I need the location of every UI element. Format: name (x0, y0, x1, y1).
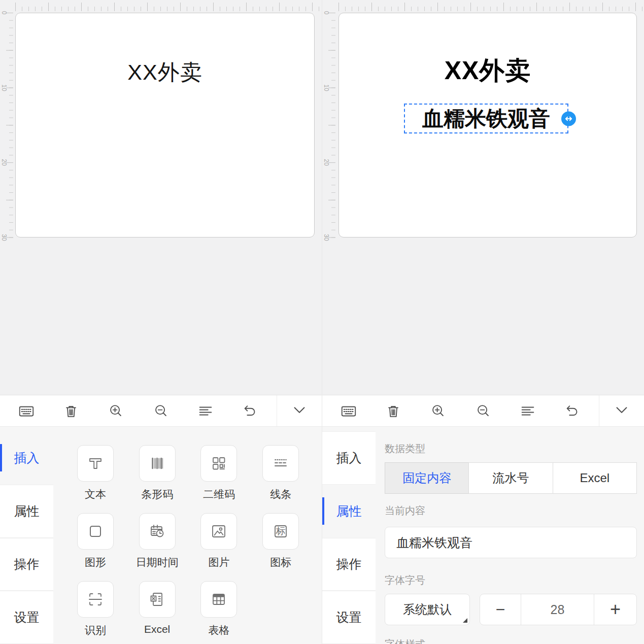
undo-icon[interactable] (561, 400, 584, 422)
data-type-option-excel[interactable]: Excel (553, 462, 637, 494)
panel-tabs: 插入 属性 操作 设置 (322, 427, 376, 644)
tab-properties[interactable]: 属性 (0, 485, 53, 538)
workspace: 0 10 20 30 XX外卖 血糯米铁观音 (322, 0, 644, 395)
insert-item-text[interactable]: 文本 (64, 445, 126, 501)
barcode-icon (139, 445, 176, 482)
selected-text-element[interactable]: 血糯米铁观音 (404, 104, 568, 133)
qrcode-icon (200, 445, 237, 482)
text-icon (77, 445, 114, 482)
panel-tabs: 插入 属性 操作 设置 (0, 427, 53, 644)
trash-icon[interactable] (60, 400, 82, 422)
tab-operations[interactable]: 操作 (0, 538, 53, 591)
workspace: 0 10 20 30 XX外卖 (0, 0, 322, 395)
tab-label: 属性 (336, 503, 362, 520)
insert-item-line[interactable]: 线条 (250, 445, 312, 501)
font-controls-row: 系统默认 − 28 + (385, 594, 637, 625)
insert-item-excel[interactable]: Excel (126, 581, 188, 637)
zoom-in-icon[interactable] (427, 400, 449, 422)
ruler-label: 0 (323, 7, 330, 18)
insert-panel-content: 文本 条形码 二维码 (53, 427, 322, 644)
bottom-panel: 插入 属性 操作 设置 文本 (0, 427, 322, 644)
data-type-label: 数据类型 (385, 442, 636, 456)
vertical-ruler: 0 10 20 30 (323, 13, 335, 238)
align-left-icon[interactable] (194, 400, 217, 422)
bottom-panel: 插入 属性 操作 设置 数据类型 固定内容 流水号 Excel 当前内容 血糯米… (322, 427, 644, 644)
tab-insert[interactable]: 插入 (322, 431, 376, 485)
data-type-option-fixed[interactable]: 固定内容 (385, 462, 469, 494)
insert-item-label: 图形 (85, 555, 106, 569)
insert-item-qrcode[interactable]: 二维码 (188, 445, 250, 501)
keyboard-icon[interactable] (337, 400, 360, 422)
datetime-icon (139, 513, 176, 550)
font-size-section-label: 字体字号 (385, 573, 636, 587)
ruler-label: 10 (1, 82, 8, 93)
font-family-dropdown[interactable]: 系统默认 (385, 594, 470, 625)
insert-item-image[interactable]: 图片 (188, 513, 250, 569)
table-icon (200, 581, 237, 618)
insert-item-label: 图片 (208, 555, 229, 569)
line-icon (262, 445, 299, 482)
insert-item-shape[interactable]: 图形 (64, 513, 126, 569)
insert-item-label: 表格 (208, 623, 229, 637)
font-style-section-label: 字体样式 (385, 637, 636, 644)
zoom-out-icon[interactable] (150, 400, 172, 422)
ruler-label: 0 (1, 7, 8, 18)
zoom-out-icon[interactable] (472, 400, 494, 422)
tab-settings[interactable]: 设置 (322, 591, 376, 644)
tab-label: 属性 (14, 503, 40, 520)
insert-grid: 文本 条形码 二维码 (53, 427, 322, 637)
horizontal-arrows-icon (564, 115, 573, 122)
current-content-label: 当前内容 (385, 504, 636, 518)
zoom-in-icon[interactable] (105, 400, 127, 422)
horizontal-ruler (338, 0, 644, 11)
shape-icon (77, 513, 114, 550)
selected-text: 血糯米铁观音 (422, 105, 550, 133)
font-size-decrease-button[interactable]: − (480, 594, 521, 625)
font-size-stepper: − 28 + (480, 594, 637, 625)
insert-item-recognize[interactable]: 识别 (64, 581, 126, 637)
insert-item-label: 日期时间 (136, 555, 179, 569)
excel-icon (139, 581, 176, 618)
icon-badge-icon: 标 (262, 513, 299, 550)
data-type-option-serial[interactable]: 流水号 (468, 462, 553, 494)
label-canvas[interactable]: XX外卖 (15, 13, 315, 238)
insert-item-icon[interactable]: 标 图标 (250, 513, 312, 569)
tab-properties[interactable]: 属性 (322, 485, 376, 538)
align-left-icon[interactable] (517, 400, 539, 422)
keyboard-icon[interactable] (15, 400, 38, 422)
ruler-label: 20 (1, 157, 8, 168)
ruler-label: 10 (323, 82, 330, 93)
label-canvas[interactable]: XX外卖 血糯米铁观音 (338, 13, 637, 238)
ruler-label: 20 (323, 157, 330, 168)
collapse-panel-button[interactable] (599, 395, 644, 426)
scan-icon (77, 581, 114, 618)
ruler-label: 30 (1, 232, 8, 243)
canvas-toolbar (322, 395, 644, 427)
tab-insert[interactable]: 插入 (0, 431, 53, 485)
label-editor-app: 0 10 20 30 XX外卖 (0, 0, 644, 644)
undo-icon[interactable] (239, 400, 261, 422)
font-size-value: 28 (521, 594, 594, 625)
insert-item-label: 二维码 (203, 487, 235, 501)
insert-item-datetime[interactable]: 日期时间 (126, 513, 188, 569)
tab-operations[interactable]: 操作 (322, 538, 376, 591)
canvas-text-element[interactable]: XX外卖 (16, 58, 314, 87)
chevron-down-icon (290, 401, 309, 421)
font-size-increase-button[interactable]: + (594, 594, 637, 625)
ruler-label: 30 (323, 232, 330, 243)
horizontal-ruler (15, 0, 322, 11)
canvas-text-element[interactable]: XX外卖 (339, 54, 636, 88)
insert-item-barcode[interactable]: 条形码 (126, 445, 188, 501)
insert-item-label: 条形码 (141, 487, 173, 501)
trash-icon[interactable] (382, 400, 404, 422)
collapse-panel-button[interactable] (277, 395, 322, 426)
resize-handle[interactable] (561, 111, 576, 126)
insert-item-label: 识别 (85, 623, 106, 637)
tab-label: 插入 (14, 450, 40, 466)
tab-settings[interactable]: 设置 (0, 591, 53, 644)
tab-label: 操作 (14, 556, 40, 572)
insert-item-table[interactable]: 表格 (188, 581, 250, 637)
data-type-segmented-control: 固定内容 流水号 Excel (385, 462, 637, 494)
current-content-input[interactable]: 血糯米铁观音 (385, 527, 637, 558)
canvas-toolbar (0, 395, 322, 427)
